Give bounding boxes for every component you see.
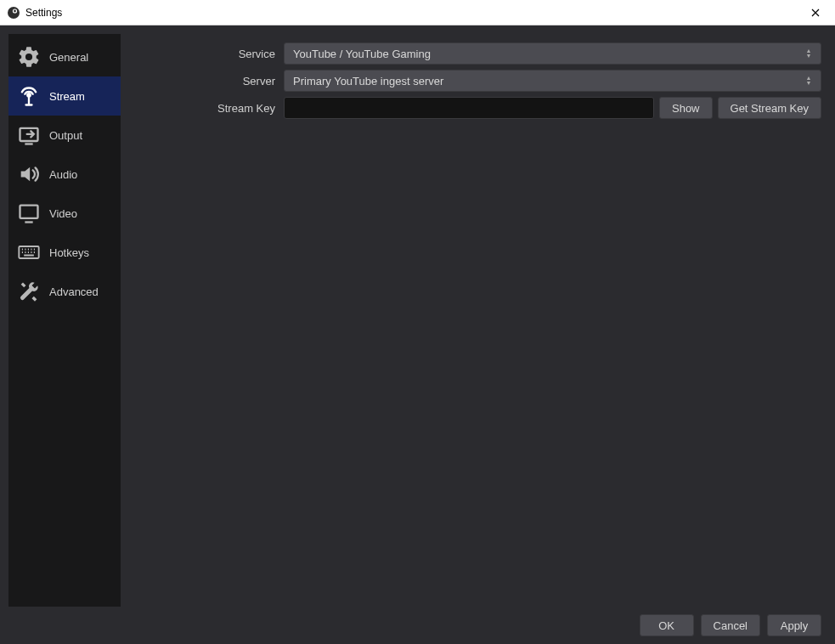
keyboard-icon [15,239,42,266]
titlebar: Settings [0,0,835,25]
sidebar-item-label: Output [49,129,82,142]
svg-point-2 [14,9,16,12]
monitor-icon [15,200,42,227]
output-icon [15,121,42,149]
sidebar-item-audio[interactable]: Audio [8,155,121,194]
sidebar-item-label: Video [49,207,77,220]
window-title: Settings [25,7,796,19]
sidebar-item-label: General [49,51,88,64]
server-label: Server [127,75,284,88]
row-service: Service YouTube / YouTube Gaming ▲▼ [127,42,821,65]
settings-sidebar: General Stream Output [8,34,121,607]
dialog-footer: OK Cancel Apply [0,607,835,644]
service-value: YouTube / YouTube Gaming [293,48,431,60]
service-select[interactable]: YouTube / YouTube Gaming ▲▼ [284,42,821,65]
stream-key-input[interactable] [284,97,654,119]
sidebar-item-general[interactable]: General [8,37,121,76]
row-stream-key: Stream Key Show Get Stream Key [127,97,821,119]
spinner-icon: ▲▼ [802,48,815,59]
close-button[interactable] [796,0,835,25]
spinner-icon: ▲▼ [802,76,815,86]
sidebar-item-output[interactable]: Output [8,116,121,155]
sidebar-item-advanced[interactable]: Advanced [8,272,121,311]
speaker-icon [15,161,42,188]
service-label: Service [127,48,284,60]
row-server: Server Primary YouTube ingest server ▲▼ [127,70,821,92]
antenna-icon [15,82,42,110]
server-value: Primary YouTube ingest server [293,75,443,88]
sidebar-item-label: Hotkeys [49,246,89,259]
app-icon [7,6,20,20]
server-select[interactable]: Primary YouTube ingest server ▲▼ [284,70,821,92]
apply-button[interactable]: Apply [767,614,821,636]
sidebar-item-label: Audio [49,168,77,181]
stream-key-label: Stream Key [127,102,284,115]
sidebar-item-label: Stream [49,90,85,103]
ok-button[interactable]: OK [640,614,694,636]
show-button[interactable]: Show [659,97,713,119]
sidebar-item-label: Advanced [49,285,99,298]
cancel-button[interactable]: Cancel [701,614,760,636]
sidebar-item-hotkeys[interactable]: Hotkeys [8,233,121,272]
get-stream-key-button[interactable]: Get Stream Key [718,97,821,119]
sidebar-item-video[interactable]: Video [8,194,121,233]
settings-content: Service YouTube / YouTube Gaming ▲▼ Serv… [127,34,827,607]
gear-icon [15,43,42,71]
tools-icon [15,278,42,305]
svg-rect-5 [20,206,38,218]
sidebar-item-stream[interactable]: Stream [8,76,121,116]
